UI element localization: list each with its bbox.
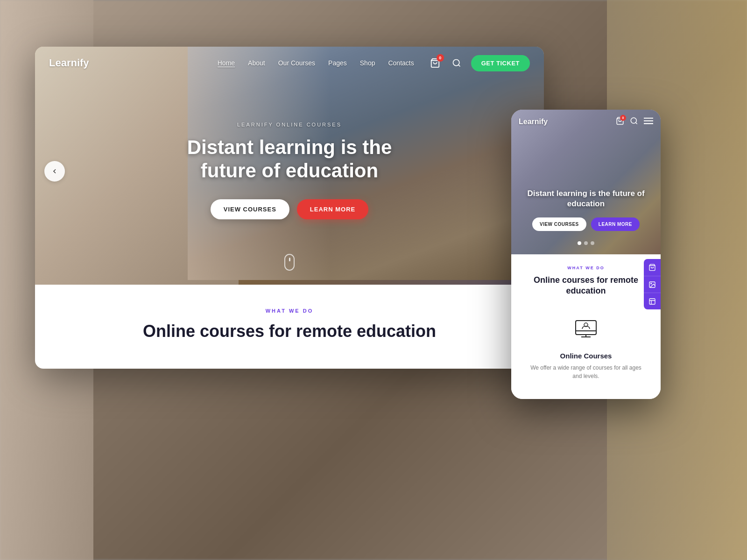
- scroll-mouse-icon: [284, 254, 295, 271]
- cart-badge: 0: [437, 54, 444, 62]
- mobile-sidebar-layout-icon[interactable]: [644, 293, 661, 309]
- mobile-what-we-do-label: WHAT WE DO: [521, 266, 651, 270]
- desktop-nav-actions: 0 GET TICKET: [428, 55, 530, 71]
- svg-rect-17: [649, 299, 655, 304]
- mobile-section-title: Online courses for remote education: [521, 275, 651, 297]
- mobile-content-section: WHAT WE DO Online courses for remote edu…: [511, 254, 661, 399]
- desktop-content-section: WHAT WE DO Online courses for remote edu…: [35, 285, 544, 355]
- desktop-nav: Home About Our Courses Pages Shop Contac…: [218, 59, 414, 67]
- svg-line-2: [458, 65, 460, 67]
- course-card-description: We offer a wide range of courses for all…: [528, 364, 644, 380]
- nav-shop[interactable]: Shop: [360, 59, 375, 67]
- desktop-navbar: Learnify Home About Our Courses Pages Sh…: [35, 47, 544, 79]
- mobile-cart-badge: 0: [620, 115, 626, 121]
- carousel-dot-3[interactable]: [591, 241, 594, 245]
- mobile-nav-icons: 0: [616, 117, 653, 127]
- search-icon[interactable]: [450, 56, 464, 70]
- mobile-learn-more-button[interactable]: LEARN MORE: [591, 217, 640, 231]
- mobile-mockup: Learnify 0: [511, 110, 661, 399]
- mobile-course-card: Online Courses We offer a wide range of …: [521, 306, 651, 388]
- mobile-view-courses-button[interactable]: VIEW COURSES: [532, 217, 586, 231]
- desktop-hero: Learnify Home About Our Courses Pages Sh…: [35, 47, 544, 285]
- mobile-search-icon[interactable]: [630, 117, 638, 127]
- svg-point-1: [453, 60, 459, 66]
- mobile-sidebar-icons: [644, 259, 661, 309]
- mobile-hero-buttons: VIEW COURSES LEARN MORE: [519, 217, 653, 231]
- svg-line-5: [635, 122, 637, 124]
- section-title: Online courses for remote education: [54, 321, 525, 341]
- mobile-hero-content: Distant learning is the future of educat…: [519, 189, 653, 231]
- carousel-dot-1[interactable]: [578, 241, 581, 245]
- scroll-indicator: [284, 254, 295, 271]
- prev-slide-button[interactable]: [44, 161, 65, 182]
- get-ticket-button[interactable]: GET TICKET: [471, 55, 530, 71]
- hero-subtitle: LEARNIFY ONLINE COURSES: [168, 122, 411, 127]
- nav-home[interactable]: Home: [218, 59, 235, 67]
- mobile-menu-icon[interactable]: [644, 117, 653, 126]
- course-card-title: Online Courses: [528, 352, 644, 360]
- mobile-hero-title: Distant learning is the future of educat…: [519, 189, 653, 209]
- mobile-cart-wrap[interactable]: 0: [616, 117, 624, 127]
- mobile-sidebar-cart-icon[interactable]: [644, 259, 661, 276]
- hero-title: Distant learning is the future of educat…: [168, 136, 411, 183]
- arrow-left-icon: [51, 168, 58, 175]
- mobile-sidebar-image-icon[interactable]: [644, 276, 661, 293]
- view-courses-button[interactable]: VIEW COURSES: [211, 199, 289, 219]
- course-icon-wrap: [570, 314, 602, 346]
- nav-pages[interactable]: Pages: [328, 59, 347, 67]
- online-courses-icon: [572, 316, 600, 344]
- svg-point-4: [631, 118, 636, 123]
- cart-icon-wrap[interactable]: 0: [428, 56, 442, 70]
- mobile-carousel-dots: [578, 241, 594, 245]
- scroll-dot: [289, 258, 290, 261]
- desktop-logo: Learnify: [49, 57, 89, 69]
- nav-about[interactable]: About: [248, 59, 265, 67]
- carousel-dot-2[interactable]: [584, 241, 588, 245]
- learn-more-button[interactable]: LEARN MORE: [297, 199, 368, 219]
- mobile-hero: Learnify 0: [511, 110, 661, 254]
- nav-contacts[interactable]: Contacts: [388, 59, 414, 67]
- what-we-do-label: WHAT WE DO: [54, 308, 525, 314]
- mobile-navbar: Learnify 0: [511, 110, 661, 134]
- mobile-logo: Learnify: [519, 118, 548, 126]
- hero-buttons: VIEW COURSES LEARN MORE: [168, 199, 411, 219]
- svg-point-16: [651, 283, 652, 284]
- desktop-mockup: Learnify Home About Our Courses Pages Sh…: [35, 47, 544, 369]
- hero-content: LEARNIFY ONLINE COURSES Distant learning…: [168, 122, 411, 219]
- nav-our-courses[interactable]: Our Courses: [278, 59, 315, 67]
